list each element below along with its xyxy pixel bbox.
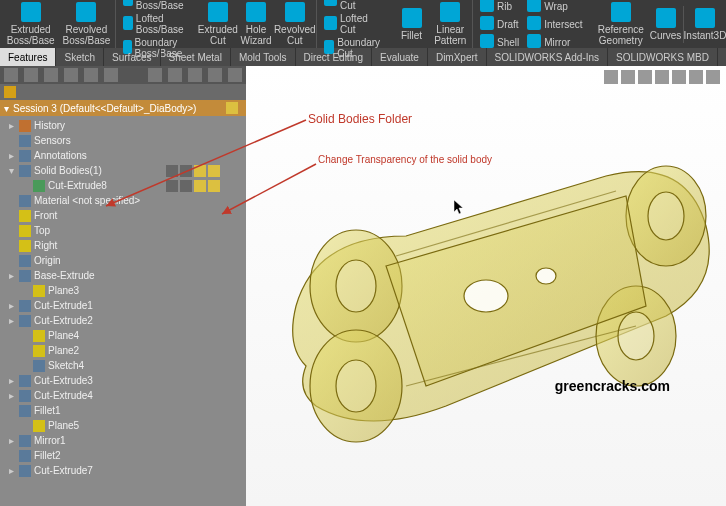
- view-tool-icon[interactable]: [689, 70, 703, 84]
- view-tool-icon[interactable]: [706, 70, 720, 84]
- expand-icon[interactable]: ▾: [6, 165, 16, 176]
- expand-icon[interactable]: ▸: [6, 375, 16, 386]
- wrap-button[interactable]: Wrap: [524, 0, 585, 15]
- row-action-icon[interactable]: [208, 165, 220, 177]
- feature-icon: [19, 135, 31, 147]
- panel-tab-icon[interactable]: [4, 68, 18, 82]
- tab-mold-tools[interactable]: Mold Tools: [231, 48, 296, 66]
- tab-surfaces[interactable]: Surfaces: [104, 48, 160, 66]
- tree-item[interactable]: ▸Cut-Extrude3: [2, 373, 244, 388]
- revolved-cut-button[interactable]: Revolved Cut: [276, 0, 317, 48]
- tree-item[interactable]: ▸History: [2, 118, 244, 133]
- tree-item[interactable]: ▸Mirror1: [2, 433, 244, 448]
- panel-tab-icon[interactable]: [104, 68, 118, 82]
- tree-item[interactable]: Right: [2, 238, 244, 253]
- tree-item[interactable]: Plane5: [2, 418, 244, 433]
- panel-tab-icon[interactable]: [228, 68, 242, 82]
- tab-solidworks-mbd[interactable]: SOLIDWORKS MBD: [608, 48, 718, 66]
- expand-icon[interactable]: ▸: [6, 465, 16, 476]
- extruded-cut-button[interactable]: Extruded Cut: [199, 0, 236, 48]
- panel-tab-icon[interactable]: [64, 68, 78, 82]
- feature-icon: [19, 450, 31, 462]
- view-tool-icon[interactable]: [621, 70, 635, 84]
- row-action-icon[interactable]: [180, 180, 192, 192]
- tree-item[interactable]: Origin: [2, 253, 244, 268]
- tree-item[interactable]: ▸Cut-Extrude7: [2, 463, 244, 478]
- panel-tab-icon[interactable]: [84, 68, 98, 82]
- tree-item[interactable]: Front: [2, 208, 244, 223]
- tree-item[interactable]: Plane2: [2, 343, 244, 358]
- swept-boss-button[interactable]: Swept Boss/Base: [120, 0, 191, 12]
- intersect-button[interactable]: Intersect: [524, 15, 585, 33]
- tree-item[interactable]: Fillet1: [2, 403, 244, 418]
- tree-item[interactable]: ▸Cut-Extrude2: [2, 313, 244, 328]
- tree-item[interactable]: Material <not specified>: [2, 193, 244, 208]
- tab-solidworks-add-ins[interactable]: SOLIDWORKS Add-Ins: [487, 48, 608, 66]
- swept-boss-icon: [123, 0, 132, 6]
- expand-icon[interactable]: ▸: [6, 300, 16, 311]
- expand-icon[interactable]: ▸: [6, 150, 16, 161]
- instant3d-button[interactable]: Instant3D: [688, 6, 722, 43]
- tree-item[interactable]: ▸Annotations: [2, 148, 244, 163]
- expand-icon[interactable]: ▸: [6, 270, 16, 281]
- tree-item[interactable]: Cut-Extrude8: [2, 178, 244, 193]
- view-tool-icon[interactable]: [638, 70, 652, 84]
- linear-pattern-button[interactable]: Linear Pattern: [431, 0, 473, 48]
- tree-item[interactable]: ▾Solid Bodies(1): [2, 163, 244, 178]
- tab-direct-editing[interactable]: Direct Editing: [296, 48, 372, 66]
- tree-filter[interactable]: [0, 84, 246, 100]
- swept-cut-button[interactable]: Swept Cut: [321, 0, 387, 12]
- expand-icon[interactable]: ▸: [6, 120, 16, 131]
- tree-item[interactable]: Top: [2, 223, 244, 238]
- tab-sketch[interactable]: Sketch: [56, 48, 104, 66]
- graphics-viewport[interactable]: Solid Bodies Folder Change Transparency …: [246, 66, 726, 506]
- row-action-icon[interactable]: [194, 180, 206, 192]
- panel-tab-icon[interactable]: [44, 68, 58, 82]
- tab-evaluate[interactable]: Evaluate: [372, 48, 428, 66]
- feature-tree[interactable]: ▸HistorySensors▸Annotations▾Solid Bodies…: [0, 116, 246, 506]
- row-action-icon[interactable]: [166, 180, 178, 192]
- tree-item[interactable]: Plane4: [2, 328, 244, 343]
- tree-item[interactable]: ▸Base-Extrude: [2, 268, 244, 283]
- lofted-boss-button[interactable]: Lofted Boss/Base: [120, 12, 191, 36]
- row-action-icon[interactable]: [180, 165, 192, 177]
- revolved-boss-button[interactable]: Revolved Boss/Base: [59, 0, 116, 48]
- tab-features[interactable]: Features: [0, 48, 56, 66]
- tree-root-selected[interactable]: ▾Session 3 (Default<<Default>_DiaBody>): [0, 100, 246, 116]
- tab-dimxpert[interactable]: DimXpert: [428, 48, 487, 66]
- hole-wizard-button[interactable]: Hole Wizard: [238, 0, 273, 48]
- rib-button[interactable]: Rib: [477, 0, 522, 15]
- panel-tab-icon[interactable]: [208, 68, 222, 82]
- tree-item[interactable]: Sketch4: [2, 358, 244, 373]
- row-action-icon[interactable]: [194, 165, 206, 177]
- lofted-cut-button[interactable]: Lofted Cut: [321, 12, 387, 36]
- draft-button[interactable]: Draft: [477, 15, 522, 33]
- panel-tab-icon[interactable]: [168, 68, 182, 82]
- view-tool-icon[interactable]: [604, 70, 618, 84]
- tree-item[interactable]: ▸Cut-Extrude1: [2, 298, 244, 313]
- ref-geometry-button[interactable]: Reference Geometry: [594, 0, 648, 48]
- expand-icon[interactable]: ▸: [6, 390, 16, 401]
- view-tool-icon[interactable]: [672, 70, 686, 84]
- extruded-boss-button[interactable]: Extruded Boss/Base: [4, 0, 57, 48]
- row-action-icon[interactable]: [208, 180, 220, 192]
- view-tool-icon[interactable]: [655, 70, 669, 84]
- tab-sheet-metal[interactable]: Sheet Metal: [161, 48, 231, 66]
- lofted-cut-icon: [324, 16, 337, 30]
- tree-item[interactable]: ▸Cut-Extrude4: [2, 388, 244, 403]
- panel-tab-icon[interactable]: [24, 68, 38, 82]
- panel-tab-icon[interactable]: [148, 68, 162, 82]
- svg-point-6: [336, 260, 376, 312]
- tree-item[interactable]: Plane3: [2, 283, 244, 298]
- command-tabs: FeaturesSketchSurfacesSheet MetalMold To…: [0, 48, 726, 66]
- tree-item[interactable]: Sensors: [2, 133, 244, 148]
- feature-icon: [19, 465, 31, 477]
- panel-tab-icon[interactable]: [188, 68, 202, 82]
- expand-icon[interactable]: ▸: [6, 435, 16, 446]
- row-action-icon[interactable]: [166, 165, 178, 177]
- fillet-button[interactable]: Fillet: [395, 6, 429, 43]
- tree-item[interactable]: Fillet2: [2, 448, 244, 463]
- display-state-icon[interactable]: [226, 102, 238, 114]
- expand-icon[interactable]: ▸: [6, 315, 16, 326]
- curves-button[interactable]: Curves: [650, 6, 684, 43]
